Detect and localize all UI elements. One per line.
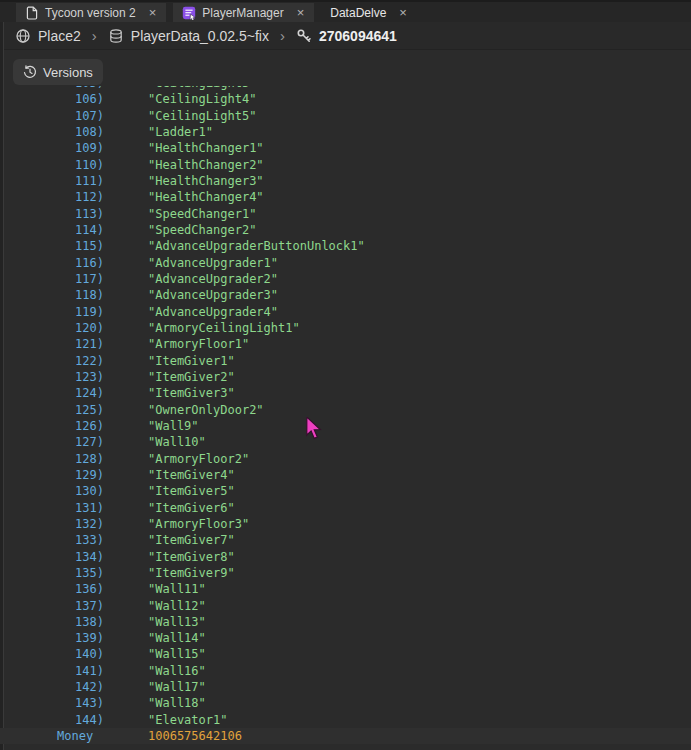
- row-value: "ArmoryFloor2": [148, 451, 249, 467]
- data-row[interactable]: 136)"Wall11": [0, 581, 691, 597]
- data-row[interactable]: 120)"ArmoryCeilingLight1": [0, 320, 691, 336]
- data-row[interactable]: 108)"Ladder1": [0, 124, 691, 140]
- data-rows-viewport: 105)"CeilingLight3"106)"CeilingLight4"10…: [0, 86, 691, 750]
- document-tab-bar: Tycoon version 2 × PlayerManager × DataD…: [0, 0, 691, 22]
- data-row[interactable]: 113)"SpeedChanger1": [0, 206, 691, 222]
- data-row[interactable]: 107)"CeilingLight5": [0, 108, 691, 124]
- row-index: 127): [75, 434, 104, 450]
- row-value: "ItemGiver8": [148, 549, 235, 565]
- row-value: "ItemGiver5": [148, 483, 235, 499]
- data-row[interactable]: 139)"Wall14": [0, 630, 691, 646]
- data-row[interactable]: 123)"ItemGiver2": [0, 369, 691, 385]
- script-icon: [182, 6, 196, 20]
- row-value: "Wall16": [148, 663, 206, 679]
- breadcrumb-item-key[interactable]: 2706094641: [296, 28, 397, 44]
- data-row[interactable]: 119)"AdvanceUpgrader4": [0, 304, 691, 320]
- data-row[interactable]: 106)"CeilingLight4": [0, 91, 691, 107]
- row-value: "Wall9": [148, 418, 199, 434]
- row-value: "ItemGiver4": [148, 467, 235, 483]
- row-index: 134): [75, 549, 104, 565]
- data-row[interactable]: 130)"ItemGiver5": [0, 483, 691, 499]
- row-index: 140): [75, 646, 104, 662]
- row-value: "ItemGiver3": [148, 385, 235, 401]
- row-index: 108): [75, 124, 104, 140]
- breadcrumb-item-place[interactable]: Place2: [15, 28, 81, 44]
- data-row[interactable]: 109)"HealthChanger1": [0, 140, 691, 156]
- row-index: 115): [75, 238, 104, 254]
- row-index: 111): [75, 173, 104, 189]
- data-row[interactable]: 111)"HealthChanger3": [0, 173, 691, 189]
- chevron-right-icon: ›: [278, 27, 287, 44]
- row-index: 106): [75, 91, 104, 107]
- close-icon[interactable]: ×: [296, 6, 306, 19]
- tab-label: DataDelve: [330, 6, 386, 20]
- data-row[interactable]: 125)"OwnerOnlyDoor2": [0, 402, 691, 418]
- row-index: 107): [75, 108, 104, 124]
- row-value: "HealthChanger2": [148, 157, 264, 173]
- data-row[interactable]: 124)"ItemGiver3": [0, 385, 691, 401]
- data-row[interactable]: 114)"SpeedChanger2": [0, 222, 691, 238]
- row-index: 120): [75, 320, 104, 336]
- row-index: 144): [75, 712, 104, 728]
- row-value: "ItemGiver1": [148, 353, 235, 369]
- data-row[interactable]: 115)"AdvanceUpgraderButtonUnlock1": [0, 238, 691, 254]
- data-row[interactable]: 117)"AdvanceUpgrader2": [0, 271, 691, 287]
- row-index: 130): [75, 483, 104, 499]
- data-row[interactable]: 142)"Wall17": [0, 679, 691, 695]
- data-row[interactable]: 112)"HealthChanger4": [0, 189, 691, 205]
- row-value: "ItemGiver9": [148, 565, 235, 581]
- data-row[interactable]: 140)"Wall15": [0, 646, 691, 662]
- data-row[interactable]: 127)"Wall10": [0, 434, 691, 450]
- row-value: "HealthChanger4": [148, 189, 264, 205]
- data-row[interactable]: 141)"Wall16": [0, 663, 691, 679]
- data-row[interactable]: 129)"ItemGiver4": [0, 467, 691, 483]
- data-row[interactable]: 138)"Wall13": [0, 614, 691, 630]
- row-index: 113): [75, 206, 104, 222]
- tab-datadelve[interactable]: DataDelve ×: [321, 3, 417, 22]
- breadcrumb-item-datastore[interactable]: PlayerData_0.02.5~fix: [108, 28, 269, 44]
- data-row[interactable]: 137)"Wall12": [0, 598, 691, 614]
- breadcrumb-label: 2706094641: [319, 28, 397, 44]
- row-value: "HealthChanger1": [148, 140, 264, 156]
- data-row[interactable]: 133)"ItemGiver7": [0, 532, 691, 548]
- row-index: 124): [75, 385, 104, 401]
- data-row[interactable]: 126)"Wall9": [0, 418, 691, 434]
- row-index: 137): [75, 598, 104, 614]
- row-value: "Wall12": [148, 598, 206, 614]
- row-index: 123): [75, 369, 104, 385]
- tab-tycoon-version-2[interactable]: Tycoon version 2 ×: [16, 3, 166, 22]
- money-row[interactable]: Money1006575642106: [0, 728, 691, 744]
- row-index: 118): [75, 287, 104, 303]
- close-icon[interactable]: ×: [148, 6, 158, 19]
- data-row[interactable]: 121)"ArmoryFloor1": [0, 336, 691, 352]
- data-row[interactable]: 143)"Wall18": [0, 695, 691, 711]
- data-row[interactable]: 144)"Elevator1": [0, 712, 691, 728]
- data-row[interactable]: 131)"ItemGiver6": [0, 500, 691, 516]
- row-value: "ArmoryCeilingLight1": [148, 320, 300, 336]
- row-index: 126): [75, 418, 104, 434]
- versions-button[interactable]: Versions: [13, 59, 103, 85]
- data-row[interactable]: 128)"ArmoryFloor2": [0, 451, 691, 467]
- data-rows: 105)"CeilingLight3"106)"CeilingLight4"10…: [0, 86, 691, 744]
- row-value: "ItemGiver2": [148, 369, 235, 385]
- row-value: "ArmoryFloor3": [148, 516, 249, 532]
- data-row[interactable]: 134)"ItemGiver8": [0, 549, 691, 565]
- row-value: "HealthChanger3": [148, 173, 264, 189]
- row-index: 131): [75, 500, 104, 516]
- row-index: 117): [75, 271, 104, 287]
- row-value: "Wall10": [148, 434, 206, 450]
- close-icon[interactable]: ×: [398, 6, 408, 19]
- row-value: "Wall14": [148, 630, 206, 646]
- row-value: "Wall13": [148, 614, 206, 630]
- data-row[interactable]: 116)"AdvanceUpgrader1": [0, 255, 691, 271]
- row-value: "Wall15": [148, 646, 206, 662]
- row-index: 122): [75, 353, 104, 369]
- data-row[interactable]: 132)"ArmoryFloor3": [0, 516, 691, 532]
- data-row[interactable]: 135)"ItemGiver9": [0, 565, 691, 581]
- data-row[interactable]: 110)"HealthChanger2": [0, 157, 691, 173]
- data-row[interactable]: 118)"AdvanceUpgrader3": [0, 287, 691, 303]
- data-row[interactable]: 122)"ItemGiver1": [0, 353, 691, 369]
- tab-playermanager[interactable]: PlayerManager ×: [173, 3, 314, 22]
- money-key: Money: [57, 728, 93, 744]
- row-value: "CeilingLight5": [148, 108, 256, 124]
